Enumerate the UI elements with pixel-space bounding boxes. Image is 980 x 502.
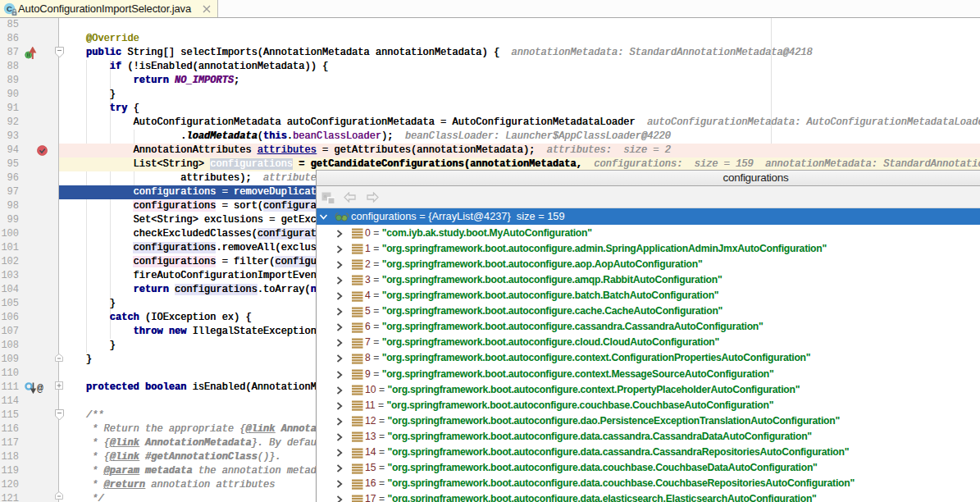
svg-text:C: C: [7, 4, 12, 13]
svg-text:@: @: [37, 382, 43, 394]
